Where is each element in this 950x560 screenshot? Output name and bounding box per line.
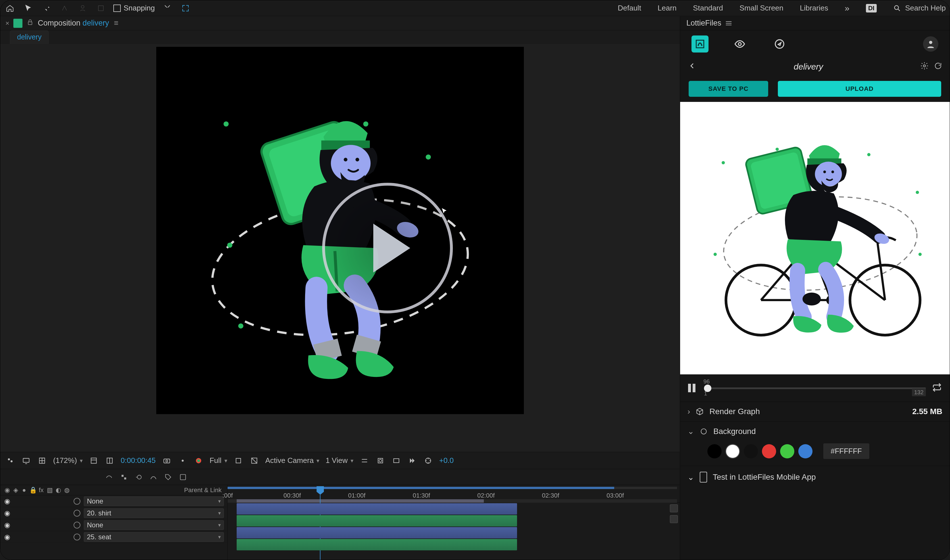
fast-preview-icon[interactable] <box>407 456 417 466</box>
zoom-dropdown[interactable]: (172%)▾ <box>53 456 83 465</box>
table-row[interactable]: ◉ None▾ <box>0 495 227 507</box>
parent-dropdown[interactable]: None▾ <box>84 497 224 506</box>
parent-dropdown[interactable]: None▾ <box>84 520 224 530</box>
camera-dropdown[interactable]: Active Camera▾ <box>265 456 319 465</box>
magnet-icon[interactable] <box>162 3 173 14</box>
layer-bar[interactable] <box>237 515 517 526</box>
layer-bar[interactable] <box>237 527 517 538</box>
exposure-value[interactable]: +0.0 <box>439 456 454 465</box>
swatch-white[interactable] <box>726 444 740 458</box>
col-lock-icon[interactable]: 🔒 <box>29 486 36 494</box>
table-row[interactable]: ◉ 20. shirt▾ <box>0 507 227 519</box>
swatch-red[interactable] <box>762 444 776 458</box>
composition-viewer[interactable] <box>0 44 680 452</box>
tab-delivery[interactable]: delivery <box>10 30 49 44</box>
grid-icon[interactable] <box>37 456 47 466</box>
swatch-black[interactable] <box>707 444 722 458</box>
test-mobile-section[interactable]: ⌄ Test in LottieFiles Mobile App <box>680 466 950 488</box>
timecode-display[interactable]: 0:00:00:45 <box>121 456 156 465</box>
swatch-green[interactable] <box>780 444 794 458</box>
swatch-dark[interactable] <box>744 444 758 458</box>
col-mb-icon[interactable]: ◐ <box>55 486 62 494</box>
lottie-explore-tab[interactable] <box>771 35 788 52</box>
layout-1-icon[interactable] <box>89 456 99 466</box>
parent-dropdown[interactable]: 25. seat▾ <box>84 532 224 542</box>
lock-icon[interactable] <box>26 18 34 28</box>
snapping-toggle[interactable]: Snapping <box>113 4 155 12</box>
tool-selection-icon[interactable] <box>22 3 34 14</box>
home-icon[interactable] <box>4 3 15 14</box>
save-to-pc-button[interactable]: SAVE TO PC <box>689 81 768 97</box>
col-solo-icon[interactable]: ● <box>21 486 28 494</box>
settings-icon[interactable] <box>920 62 929 72</box>
col-blend-icon[interactable]: ▧ <box>46 486 53 494</box>
viewer-footer: (172%)▾ 0:00:00:45 Full▾ Active Camera▾ <box>0 452 680 469</box>
panel-close-icon[interactable]: × <box>5 19 9 27</box>
roi-icon[interactable] <box>233 456 243 466</box>
timeline-sync-icon[interactable] <box>423 456 433 466</box>
lottie-export-tab[interactable] <box>691 35 708 52</box>
back-icon[interactable] <box>688 61 697 72</box>
table-row[interactable]: ◉ 25. seat▾ <box>0 531 227 543</box>
upload-button[interactable]: UPLOAD <box>778 81 941 97</box>
parent-dropdown[interactable]: 20. shirt▾ <box>84 508 224 518</box>
background-hex-input[interactable]: #FFFFFF <box>823 443 869 459</box>
refresh-icon[interactable] <box>934 62 942 72</box>
pickwhip-icon[interactable] <box>74 498 80 505</box>
tl-render-icon[interactable] <box>178 472 188 482</box>
lottie-preview-tab[interactable] <box>731 35 748 52</box>
pixel-aspect-icon[interactable] <box>392 456 401 466</box>
pickwhip-icon[interactable] <box>74 534 80 540</box>
snapshot-icon[interactable] <box>162 456 171 466</box>
tl-shy-icon[interactable] <box>104 472 114 482</box>
marker-icon[interactable] <box>670 515 678 523</box>
tool-pin-icon[interactable] <box>41 3 52 14</box>
tl-tag-icon[interactable] <box>163 472 173 482</box>
footprint-icon[interactable] <box>5 456 15 466</box>
render-graph-section[interactable]: › Render Graph 2.55 MB <box>680 402 950 421</box>
frame-slider[interactable]: 96 1 132 <box>704 382 926 394</box>
col-3d-icon[interactable]: ◍ <box>63 486 70 494</box>
sample-icon[interactable] <box>178 456 188 466</box>
tl-graph-icon[interactable] <box>149 472 158 482</box>
workspace-overflow-icon[interactable]: » <box>845 3 850 13</box>
transparency-icon[interactable] <box>250 456 259 466</box>
col-fx-icon[interactable]: fx <box>38 486 45 494</box>
pickwhip-icon[interactable] <box>74 510 80 517</box>
table-row[interactable]: ◉ None▾ <box>0 519 227 531</box>
layout-2-icon[interactable] <box>105 456 114 466</box>
workspace-default[interactable]: Default <box>618 4 641 12</box>
loop-icon[interactable] <box>932 383 942 393</box>
workspace-learn[interactable]: Learn <box>658 4 677 12</box>
expand-icon[interactable] <box>180 3 191 14</box>
timeline-tracks[interactable]: :00f00:30f01:00f01:30f02:00f02:30f03:00f <box>228 485 680 560</box>
color-icon[interactable] <box>194 456 204 466</box>
col-eye-icon[interactable]: ◉ <box>4 486 11 494</box>
workspace-standard[interactable]: Standard <box>693 4 723 12</box>
background-section[interactable]: ⌄ Background <box>680 421 950 441</box>
workspace-libraries[interactable]: Libraries <box>800 4 828 12</box>
guides-icon[interactable] <box>360 456 369 466</box>
playhead[interactable] <box>316 486 324 502</box>
panel-menu-icon[interactable]: ≡ <box>114 19 119 27</box>
user-avatar-icon[interactable] <box>923 36 938 52</box>
marker-icon[interactable] <box>670 505 678 512</box>
pickwhip-icon[interactable] <box>74 522 80 529</box>
svg-point-27 <box>182 460 184 462</box>
tl-frame-blend-icon[interactable] <box>119 472 129 482</box>
layer-bar[interactable] <box>237 503 517 515</box>
resolution-dropdown[interactable]: Full▾ <box>210 456 227 465</box>
video-play-button[interactable] <box>322 183 453 313</box>
layer-bar[interactable] <box>237 539 517 550</box>
swatch-blue[interactable] <box>798 444 813 458</box>
workspace-small[interactable]: Small Screen <box>739 4 783 12</box>
tl-motion-blur-icon[interactable] <box>134 472 143 482</box>
monitor-icon[interactable] <box>21 456 31 466</box>
mask-icon[interactable] <box>376 456 385 466</box>
pause-button[interactable] <box>688 384 698 392</box>
timeline-ruler[interactable]: :00f00:30f01:00f01:30f02:00f02:30f03:00f <box>228 485 680 503</box>
search-help[interactable]: Search Help <box>893 4 946 12</box>
view-count-dropdown[interactable]: 1 View▾ <box>325 456 353 465</box>
panel-menu-icon[interactable] <box>726 21 731 25</box>
col-audio-icon[interactable]: ◈ <box>12 486 19 494</box>
